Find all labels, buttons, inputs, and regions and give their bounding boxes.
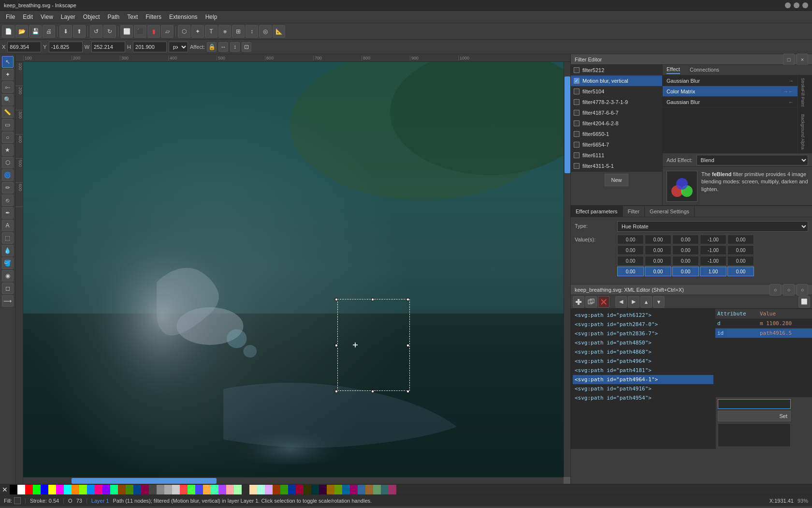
menu-text[interactable]: Text	[123, 12, 142, 22]
matrix-0-4[interactable]	[727, 235, 754, 244]
hscroll-thumb[interactable]	[72, 478, 217, 484]
palette-color-swatch[interactable]	[33, 485, 41, 494]
effect-row-gaussian-blur-2[interactable]: Gaussian Blur ←	[663, 97, 798, 107]
palette-color-swatch[interactable]	[48, 485, 56, 494]
xml-attr-name-input[interactable]	[718, 399, 791, 409]
measure-btn[interactable]: 📐	[273, 25, 285, 38]
xml-node-path4964-1[interactable]: <svg:path id="path4964-1">	[573, 375, 713, 384]
palette-color-swatch[interactable]	[389, 485, 396, 494]
vertical-scrollbar[interactable]	[564, 62, 570, 477]
palette-color-swatch[interactable]	[188, 485, 195, 494]
palette-color-swatch[interactable]	[157, 485, 164, 494]
zoom-fit-btn[interactable]: ⊞	[232, 25, 245, 38]
xml-next-btn[interactable]: ▶	[628, 296, 639, 308]
selection-center[interactable]	[353, 343, 358, 347]
affect-btn1[interactable]: ↔	[218, 42, 228, 52]
xml-delete-btn[interactable]	[598, 296, 609, 308]
palette-color-swatch[interactable]	[180, 485, 188, 494]
palette-color-swatch[interactable]	[242, 485, 249, 494]
xml-set-button[interactable]: Set	[718, 411, 791, 421]
filter-editor-close-btn[interactable]: ×	[797, 54, 808, 65]
palette-color-swatch[interactable]	[234, 485, 242, 494]
xml-node-path6122[interactable]: <svg:path id="path6122">	[573, 311, 713, 320]
gradient-tool[interactable]: ⬚	[2, 232, 14, 244]
palette-color-swatch[interactable]	[64, 485, 72, 494]
xml-attr-row-d[interactable]: d m 1100.280	[715, 319, 812, 329]
close-button[interactable]	[802, 2, 808, 8]
xml-node-path2836[interactable]: <svg:path id="path2836-7">	[573, 329, 713, 338]
matrix-3-2[interactable]	[672, 267, 699, 276]
select-tool[interactable]: ↖	[2, 56, 14, 68]
text-tool[interactable]: A	[2, 220, 14, 231]
palette-color-swatch[interactable]	[17, 485, 25, 494]
palette-color-swatch[interactable]	[288, 485, 296, 494]
h-input[interactable]	[133, 42, 167, 52]
menu-object[interactable]: Object	[79, 12, 104, 22]
palette-color-swatch[interactable]	[296, 485, 304, 494]
filter-checkbox-4204[interactable]	[574, 120, 580, 126]
params-tab-effect[interactable]: Effect parameters	[571, 206, 623, 217]
xml-node-path4954[interactable]: <svg:path id="path4954">	[573, 393, 713, 403]
palette-color-swatch[interactable]	[226, 485, 234, 494]
matrix-2-2[interactable]	[672, 256, 699, 266]
selection-handle-s[interactable]	[371, 390, 374, 393]
undo-btn[interactable]: ↺	[90, 25, 102, 38]
palette-color-swatch[interactable]	[41, 485, 48, 494]
xml-attr-row-id[interactable]: id path4916.5	[715, 329, 812, 338]
palette-color-swatch[interactable]	[172, 485, 180, 494]
matrix-3-3[interactable]	[700, 267, 726, 276]
filter-checkbox-6650[interactable]	[574, 131, 580, 137]
palette-color-swatch[interactable]	[87, 485, 95, 494]
effect-tab[interactable]: Effect	[667, 66, 680, 74]
palette-color-swatch[interactable]	[133, 485, 141, 494]
matrix-1-0[interactable]	[617, 245, 644, 255]
open-btn[interactable]: 📂	[15, 25, 28, 38]
filter-checkbox-5212[interactable]	[574, 67, 580, 73]
new-filter-button[interactable]: New	[605, 174, 628, 186]
save-btn[interactable]: 💾	[29, 25, 42, 38]
matrix-0-1[interactable]	[645, 235, 671, 244]
palette-color-swatch[interactable]	[72, 485, 79, 494]
filter-item-5104[interactable]: filter5104	[571, 86, 662, 97]
add-effect-select[interactable]: Blend ColorMatrix Composite GaussianBlur	[696, 155, 808, 165]
xml-close-btn[interactable]: ○	[797, 284, 808, 296]
matrix-0-0[interactable]	[617, 235, 644, 244]
palette-color-swatch[interactable]	[195, 485, 203, 494]
align-left-btn[interactable]: ⬡	[178, 25, 190, 38]
calligraphy-tool[interactable]: ✒	[2, 207, 14, 219]
filter-checkbox-motion-blur[interactable]: ✓	[574, 78, 580, 84]
selection-handle-se[interactable]	[406, 390, 409, 393]
import-btn[interactable]: ⬇	[59, 25, 72, 38]
palette-color-swatch[interactable]	[56, 485, 64, 494]
maximize-button[interactable]	[794, 2, 799, 8]
params-tab-filter[interactable]: Filter	[623, 206, 645, 217]
no-color-btn[interactable]: ✕	[0, 485, 10, 494]
filter-checkbox-5104[interactable]	[574, 89, 580, 94]
palette-color-swatch[interactable]	[365, 485, 373, 494]
palette-color-swatch[interactable]	[95, 485, 102, 494]
menu-layer[interactable]: Layer	[57, 12, 79, 22]
menu-view[interactable]: View	[37, 12, 57, 22]
transform-btn[interactable]: ↕	[246, 25, 258, 38]
filter-item-6650[interactable]: filter6650-1	[571, 129, 662, 139]
selection-handle-n[interactable]	[371, 298, 374, 301]
filter-editor-expand-btn[interactable]: □	[783, 54, 795, 65]
menu-help[interactable]: Help	[202, 12, 221, 22]
matrix-0-3[interactable]	[700, 235, 726, 244]
filter-checkbox-4187[interactable]	[574, 110, 580, 116]
palette-color-swatch[interactable]	[257, 485, 265, 494]
palette-color-swatch[interactable]	[358, 485, 365, 494]
matrix-3-1[interactable]	[645, 267, 671, 276]
affect-btn2[interactable]: ↕	[230, 42, 240, 52]
palette-color-swatch[interactable]	[25, 485, 33, 494]
menu-extensions[interactable]: Extensions	[165, 12, 202, 22]
filter-checkbox-4778[interactable]	[574, 99, 580, 105]
xml-node-path2847[interactable]: <svg:path id="path2847-0">	[573, 320, 713, 329]
palette-color-swatch[interactable]	[110, 485, 118, 494]
connector-tool[interactable]: ⟶	[2, 295, 14, 307]
xml-new-node-btn[interactable]	[573, 296, 584, 308]
3d-box-tool[interactable]: ⬡	[2, 157, 14, 168]
palette-color-swatch[interactable]	[319, 485, 327, 494]
xml-value-textarea[interactable]	[718, 423, 791, 447]
palette-color-swatch[interactable]	[149, 485, 157, 494]
